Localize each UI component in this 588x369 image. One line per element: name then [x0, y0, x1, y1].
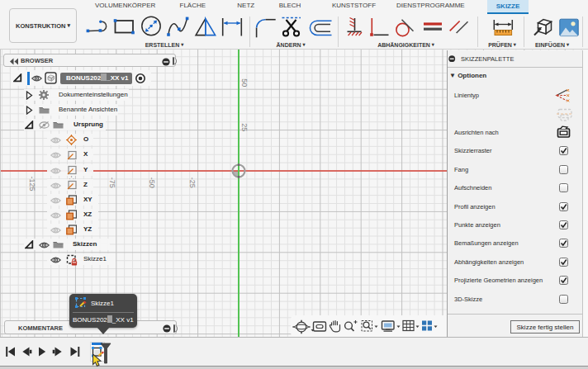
svg-text:-125: -125 [28, 177, 36, 192]
svg-text:-50: -50 [148, 177, 156, 188]
svg-text:-75: -75 [108, 177, 116, 188]
svg-text:-25: -25 [188, 177, 197, 188]
svg-text:25: 25 [240, 123, 249, 131]
svg-text:50: 50 [240, 78, 249, 87]
